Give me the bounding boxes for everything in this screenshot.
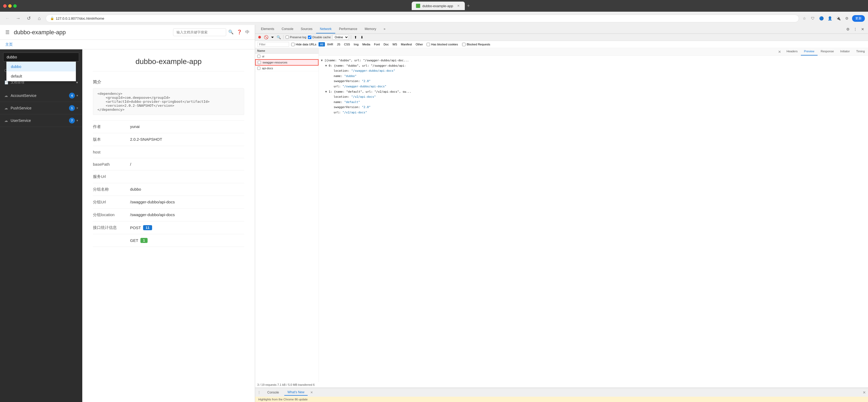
host-label: host — [93, 150, 130, 154]
network-item-api-docs[interactable]: api-docs 获得接口元数据 — [255, 66, 318, 71]
network-item-swagger-resources[interactable]: swagger-resources 获取 Swagger 资源 — [255, 59, 318, 66]
dropdown-option-dubbo[interactable]: dubbo — [7, 62, 76, 71]
tab-console[interactable]: Console — [278, 25, 297, 33]
version-value: 2.0.2-SNAPSHOT — [130, 137, 244, 142]
detail-tab-preview[interactable]: Preview — [801, 48, 817, 56]
arrow-1[interactable]: ▼ — [325, 64, 327, 67]
whats-new-tab[interactable]: What's New — [284, 389, 308, 396]
detail-tab-timing[interactable]: Timing — [853, 48, 868, 56]
tab-memory[interactable]: Memory — [361, 25, 380, 33]
sidebar-item-accountservice[interactable]: ☁ AccountService 4 ▾ — [0, 90, 82, 102]
whats-new-close-btn[interactable]: ✕ — [310, 391, 313, 394]
bottom-close-btn[interactable]: ✕ — [863, 390, 866, 395]
filter-input[interactable] — [257, 42, 289, 47]
tab-elements[interactable]: Elements — [257, 25, 278, 33]
filter-button[interactable]: ⏷ — [270, 35, 275, 39]
preserve-log-label[interactable]: Preserve log — [286, 36, 306, 39]
group-select[interactable]: dubbo default — [3, 53, 79, 62]
filter-img[interactable]: Img — [352, 42, 360, 47]
settings-icon[interactable]: ⚙ — [844, 15, 850, 22]
new-tab-button[interactable]: + — [465, 2, 472, 10]
shield-icon[interactable]: 🛡 — [810, 15, 816, 22]
preserve-log-checkbox[interactable] — [286, 36, 289, 39]
console-tab[interactable]: Console — [264, 390, 282, 395]
download-button[interactable]: ⬇ — [360, 35, 365, 39]
filter-other[interactable]: Other — [414, 42, 425, 47]
network-item-api-checkbox[interactable] — [257, 67, 260, 70]
tab-title: dubbo-example-app — [422, 4, 453, 8]
clear-button[interactable]: 🚫 — [264, 35, 268, 39]
arrow-6[interactable]: ▼ — [325, 90, 327, 93]
preview-line-0: ▼ [{name: "dubbo", url: "/swagger-dubbo/… — [321, 58, 866, 63]
blocked-cookies-checkbox[interactable] — [427, 43, 430, 46]
extension-icon[interactable]: 🔵 — [818, 15, 825, 22]
author-label: 作者 — [93, 124, 130, 129]
network-item-ui-checkbox[interactable] — [257, 55, 260, 58]
filter-doc[interactable]: Doc — [382, 42, 391, 47]
filter-all[interactable]: All — [318, 42, 325, 47]
record-button[interactable] — [257, 35, 262, 39]
filter-js[interactable]: JS — [335, 42, 342, 47]
tab-performance[interactable]: Performance — [335, 25, 361, 33]
profile-icon[interactable]: 👤 — [827, 15, 833, 22]
devtools-more-icons: ⚙ ⋮ ✕ — [845, 25, 866, 33]
extension2-icon[interactable]: 🔌 — [835, 15, 841, 22]
filter-font[interactable]: Font — [372, 42, 381, 47]
console-menu-icon[interactable]: ⋮ — [257, 390, 261, 395]
detail-close-btn[interactable]: ✕ — [776, 48, 783, 56]
browser-tab[interactable]: 🌿 dubbo-example-app ✕ — [412, 2, 465, 10]
detail-tab-initiator[interactable]: Initiator — [837, 48, 853, 56]
search-icon[interactable]: 🔍 — [228, 29, 234, 35]
sidebar-item-pushservice[interactable]: ☁ PushService 1 ▾ — [0, 102, 82, 115]
arrow-0[interactable]: ▼ — [321, 59, 323, 62]
address-bar[interactable]: 🔒 127.0.0.1:8077/doc.html#/home — [45, 14, 799, 22]
tab-network[interactable]: Network — [316, 25, 335, 33]
star-icon[interactable]: ☆ — [801, 15, 807, 22]
detail-tab-headers[interactable]: Headers — [783, 48, 801, 56]
forward-button[interactable]: → — [14, 14, 22, 23]
help-icon[interactable]: ❓ — [237, 29, 242, 35]
devtools-dock-btn[interactable]: ⋮ — [852, 26, 859, 32]
breadcrumb-home-link[interactable]: 主页 — [5, 42, 13, 47]
update-button[interactable]: 更新 — [852, 15, 865, 22]
detail-tab-response[interactable]: Response — [817, 48, 837, 56]
detail-tabs: ✕ Headers Preview Response Initiator Tim… — [319, 48, 868, 56]
tab-sources[interactable]: Sources — [297, 25, 316, 33]
throttle-select[interactable]: Online — [332, 35, 349, 39]
network-item-swagger-checkbox[interactable] — [258, 61, 261, 64]
devtools-close-btn[interactable]: ✕ — [860, 26, 866, 32]
sidebar-item-userservice[interactable]: ☁ UserService 7 ▾ — [0, 115, 82, 127]
preview-line-3: name: "dubbo" — [321, 73, 866, 79]
filter-media[interactable]: Media — [361, 42, 372, 47]
devtools-settings-btn[interactable]: ⚙ — [845, 26, 851, 32]
menu-icon[interactable]: ☰ — [5, 29, 9, 35]
blocked-requests-checkbox[interactable] — [462, 43, 466, 46]
filter-manifest[interactable]: Manifest — [399, 42, 413, 47]
back-button[interactable]: ← — [3, 14, 12, 23]
fullscreen-traffic-light[interactable] — [13, 4, 17, 8]
disable-cache-label[interactable]: Disable cache — [308, 36, 331, 39]
blocked-requests-label[interactable]: Blocked Requests — [462, 43, 490, 46]
accountservice-badge: 4 — [69, 93, 75, 98]
dropdown-option-default[interactable]: default — [7, 71, 76, 81]
filter-css[interactable]: CSS — [342, 42, 352, 47]
swagger-search: 🔍 ❓ 中 — [173, 28, 250, 36]
tab-more[interactable]: » — [380, 25, 389, 33]
tab-close-button[interactable]: ✕ — [456, 4, 461, 8]
disable-cache-checkbox[interactable] — [308, 36, 311, 39]
reload-button[interactable]: ↺ — [24, 14, 33, 23]
hide-data-urls-checkbox[interactable] — [291, 43, 294, 46]
close-traffic-light[interactable] — [3, 4, 7, 8]
upload-button[interactable]: ⬆ — [353, 35, 358, 39]
filter-xhr[interactable]: XHR — [326, 42, 335, 47]
minimize-traffic-light[interactable] — [8, 4, 12, 8]
search-button[interactable]: 🔍 — [276, 35, 281, 39]
search-input[interactable] — [173, 28, 226, 36]
filter-ws[interactable]: WS — [391, 42, 399, 47]
home-button[interactable]: ⌂ — [35, 14, 43, 23]
network-item-ui[interactable]: ui — [255, 54, 318, 59]
lang-icon[interactable]: 中 — [245, 29, 250, 35]
hide-data-urls-label[interactable]: Hide data URLs — [291, 43, 316, 46]
blocked-cookies-label[interactable]: Has blocked cookies — [427, 43, 458, 46]
code-line-2: <groupId>com.deepoove</groupId> — [97, 96, 240, 99]
